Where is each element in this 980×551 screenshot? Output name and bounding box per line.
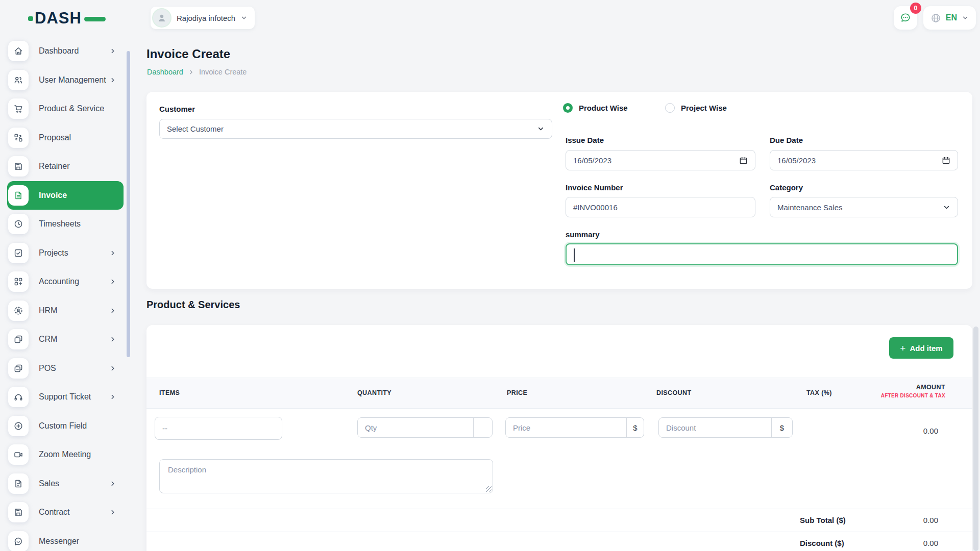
sidebar-item-zoom-meeting[interactable]: Zoom Meeting [7,440,124,469]
sidebar-scrollbar[interactable] [127,51,130,357]
product-services-card: + Add item ITEMS QUANTITY PRICE DISCOUNT… [146,325,972,551]
sales-icon [8,473,29,494]
chevron-right-icon [109,249,116,257]
chevron-right-icon [109,480,116,487]
sidebar-item-custom-field[interactable]: Custom Field [7,412,124,441]
invoice-number-label: Invoice Number [566,183,623,192]
workspace-switcher[interactable]: Rajodiya infotech [151,7,255,29]
sidebar-item-hrm[interactable]: HRM [7,296,124,325]
customer-label: Customer [159,105,195,113]
col-tax: TAX (%) [806,389,832,396]
description-textarea[interactable] [159,459,493,493]
discount-total-label: Discount ($) [800,539,844,547]
radio-unchecked-icon [665,103,675,113]
page-scrollbar[interactable] [973,327,978,551]
globe-icon [930,13,941,23]
text-caret [574,248,575,262]
item-select[interactable]: -- [155,417,282,440]
invoice-number-input[interactable]: #INVO00016 [566,197,755,217]
plus-circle-icon [8,416,29,436]
sidebar-item-user-management[interactable]: User Management [7,66,124,95]
due-date-label: Due Date [770,136,803,144]
price-input-group: $ [505,417,644,438]
add-item-button[interactable]: + Add item [889,337,953,359]
breadcrumb: Dashboard Invoice Create [147,68,247,76]
cart-icon [8,98,29,119]
sidebar-item-contract[interactable]: Contract [7,498,124,527]
sidebar-item-proposal[interactable]: Proposal [7,123,124,153]
topbar: DASH Rajodiya infotech 0 EN [0,0,980,37]
sidebar-item-invoice[interactable]: Invoice [7,181,124,210]
sidebar-item-accounting[interactable]: Accounting [7,267,124,296]
radio-checked-icon [563,103,573,113]
clock-icon [8,214,29,234]
customer-select[interactable]: Select Customer [159,119,552,139]
calendar-icon [942,156,950,165]
amount-subheader: AFTER DISCOUNT & TAX [881,393,945,398]
contract-icon [8,502,29,522]
product-wise-radio[interactable]: Product Wise [563,103,628,113]
description-wrap [159,459,493,493]
pos-icon [8,358,29,379]
category-label: Category [770,183,803,192]
chevron-right-icon [188,69,194,76]
headset-icon [8,387,29,407]
accounting-icon [8,271,29,292]
category-select[interactable]: Maintenance Sales [770,197,958,217]
sidebar-item-dashboard[interactable]: Dashboard [7,37,124,66]
brand-name: DASH [35,9,82,28]
notification-badge: 0 [910,3,921,14]
chevron-right-icon [109,509,116,516]
sidebar-item-projects[interactable]: Projects [7,239,124,268]
subtotal-label: Sub Total ($) [800,516,846,524]
chevron-right-icon [109,278,116,285]
quantity-input[interactable] [358,418,473,437]
messages-button[interactable]: 0 [894,6,917,30]
projects-icon [8,243,29,263]
project-wise-radio[interactable]: Project Wise [665,103,727,113]
discount-total-value: 0.00 [923,539,938,547]
sidebar-item-sales[interactable]: Sales [7,469,124,498]
video-icon [8,444,29,465]
chevron-right-icon [109,77,116,84]
issue-date-input[interactable]: 16/05/2023 [566,150,755,170]
retainer-icon [8,156,29,177]
chevron-right-icon [109,365,116,372]
chevron-right-icon [109,336,116,343]
sidebar-item-crm[interactable]: CRM [7,325,124,354]
hrm-icon [8,300,29,321]
page-title: Invoice Create [146,47,230,61]
proposal-icon [8,128,29,148]
workspace-name: Rajodiya infotech [177,14,235,22]
chevron-down-icon [962,14,969,21]
invoice-icon [8,185,29,206]
breadcrumb-current: Invoice Create [199,68,247,76]
price-input[interactable] [506,418,626,437]
col-amount: AMOUNT AFTER DISCOUNT & TAX [881,384,945,398]
chat-bubble-icon [899,12,912,24]
messenger-icon [8,531,29,551]
sidebar-item-pos[interactable]: POS [7,354,124,383]
logo-dot-icon [28,16,33,21]
discount-input[interactable] [659,418,771,437]
discount-total-row: Discount ($) 0.00 [146,532,972,551]
sidebar-item-timesheets[interactable]: Timesheets [7,210,124,239]
language-label: EN [946,13,957,22]
calendar-icon [739,156,748,165]
home-icon [8,41,29,61]
products-section-title: Product & Services [146,299,240,311]
sidebar-item-support-ticket[interactable]: Support Ticket [7,383,124,412]
language-selector[interactable]: EN [923,6,976,30]
chevron-down-icon [537,125,545,133]
col-price: PRICE [507,389,527,396]
table-header-row: ITEMS QUANTITY PRICE DISCOUNT TAX (%) AM… [146,378,972,409]
sidebar-item-messenger[interactable]: Messenger [7,527,124,551]
breadcrumb-dashboard-link[interactable]: Dashboard [147,68,183,76]
due-date-input[interactable]: 16/05/2023 [770,150,958,170]
col-items: ITEMS [159,389,180,396]
sidebar-item-product-service[interactable]: Product & Service [7,94,124,123]
summary-input[interactable] [566,243,958,265]
chevron-right-icon [109,307,116,314]
sidebar-item-retainer[interactable]: Retainer [7,152,124,181]
workspace-avatar [153,9,170,27]
